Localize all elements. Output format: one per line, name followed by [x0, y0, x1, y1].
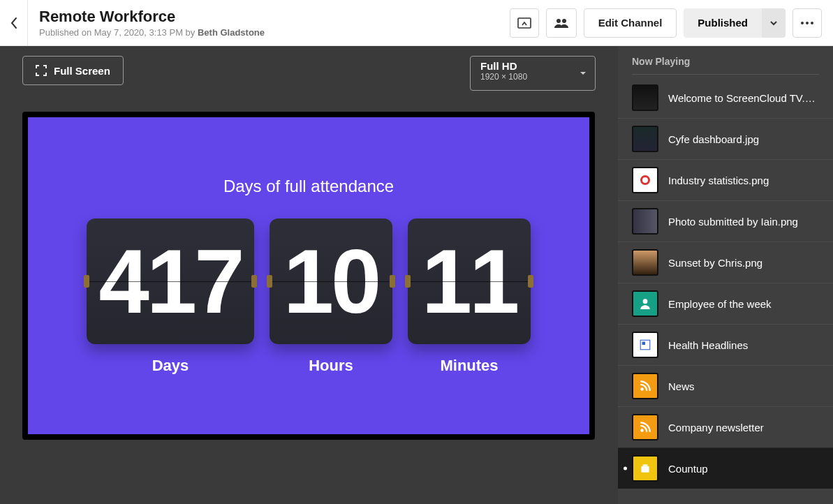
- ellipsis-icon: [801, 22, 813, 24]
- svg-point-6: [643, 299, 648, 304]
- header-main: Remote Workforce Published on May 7, 202…: [28, 8, 510, 38]
- playlist-item[interactable]: Health Headlines: [618, 324, 833, 365]
- stage: Full Screen Full HD 1920 × 1080 Days of …: [0, 46, 618, 504]
- item-label: Cyfe dashboard.jpg: [668, 133, 819, 145]
- thumbnail: [632, 414, 658, 440]
- minutes-label: Minutes: [440, 357, 498, 375]
- meta-prefix: Published on: [39, 27, 94, 38]
- hours-label: Hours: [309, 357, 353, 375]
- person-icon: [639, 297, 651, 310]
- thumbnail: [632, 455, 658, 482]
- resolution-select[interactable]: Full HD 1920 × 1080: [470, 56, 596, 91]
- svg-rect-11: [641, 466, 649, 473]
- cast-icon: [517, 17, 531, 29]
- countup-icon: [639, 462, 651, 475]
- counter-cards: 417 Days 10 Hours: [87, 218, 531, 375]
- header-actions: Edit Channel Published: [510, 8, 833, 38]
- edit-channel-button[interactable]: Edit Channel: [584, 8, 677, 38]
- flip-card-days: 417: [87, 218, 254, 344]
- thumbnail: [632, 84, 658, 111]
- playlist-item[interactable]: Company newsletter: [618, 406, 833, 447]
- minutes-value: 11: [422, 236, 517, 327]
- thumbnail: [632, 332, 658, 358]
- item-label: Employee of the week: [668, 298, 819, 310]
- meta-date: May 7, 2020, 3:13 PM: [94, 27, 183, 38]
- published-button[interactable]: Published: [684, 8, 762, 38]
- stage-toolbar: Full Screen Full HD 1920 × 1080: [22, 56, 596, 91]
- svg-point-2: [562, 19, 566, 23]
- screen-content: Days of full attendance 417 Days: [28, 117, 589, 434]
- card-peg: [84, 275, 89, 288]
- fullscreen-button[interactable]: Full Screen: [22, 56, 124, 85]
- meta-by: by: [183, 27, 198, 38]
- item-label: Sunset by Chris.png: [668, 257, 819, 269]
- page-meta: Published on May 7, 2020, 3:13 PM by Bet…: [39, 27, 499, 38]
- item-label: Welcome to ScreenCloud TV.png: [668, 92, 819, 104]
- thumbnail: [632, 290, 658, 317]
- resolution-dim: 1920 × 1080: [480, 73, 570, 82]
- header: Remote Workforce Published on May 7, 202…: [0, 0, 833, 46]
- playlist-item[interactable]: Industry statistics.png: [618, 159, 833, 200]
- svg-rect-12: [643, 464, 648, 466]
- svg-rect-8: [642, 342, 646, 346]
- playlist-item[interactable]: Employee of the week: [618, 283, 833, 324]
- sidebar: Now Playing Welcome to ScreenCloud TV.pn…: [618, 46, 833, 504]
- thumbnail: [632, 208, 658, 235]
- svg-point-3: [801, 22, 804, 24]
- rss-icon: [639, 421, 651, 433]
- item-label: Countup: [668, 463, 819, 475]
- resolution-name: Full HD: [480, 61, 570, 73]
- page-title: Remote Workforce: [39, 8, 499, 26]
- minutes-card: 11 Minutes: [408, 218, 531, 375]
- card-peg: [405, 275, 411, 288]
- item-label: News: [668, 380, 819, 392]
- item-label: Industry statistics.png: [668, 175, 819, 186]
- card-peg: [390, 275, 395, 288]
- published-dropdown[interactable]: [762, 8, 786, 38]
- meta-author: Beth Gladstone: [198, 27, 265, 38]
- playlist-item-active[interactable]: Countup: [618, 447, 833, 489]
- svg-point-5: [811, 22, 813, 24]
- more-button[interactable]: [793, 8, 822, 38]
- rss-icon: [639, 380, 651, 392]
- flip-card-hours: 10: [270, 218, 392, 344]
- svg-point-9: [640, 387, 644, 391]
- playlist-item[interactable]: Photo submitted by Iain.png: [618, 200, 833, 242]
- playlist-item[interactable]: Sunset by Chris.png: [618, 242, 833, 283]
- item-label: Photo submitted by Iain.png: [668, 216, 819, 228]
- days-card: 417 Days: [87, 218, 254, 375]
- caret-down-icon: [580, 71, 587, 75]
- now-playing-heading: Now Playing: [618, 46, 833, 74]
- playlist-item[interactable]: Cyfe dashboard.jpg: [618, 118, 833, 159]
- cast-button[interactable]: [510, 8, 539, 38]
- item-label: Health Headlines: [668, 339, 819, 351]
- thumbnail: [632, 126, 658, 152]
- news-icon: [639, 339, 651, 351]
- flip-card-minutes: 11: [408, 218, 531, 344]
- counter-title: Days of full attendance: [223, 177, 394, 196]
- share-button[interactable]: [546, 8, 577, 38]
- back-button[interactable]: [0, 0, 28, 46]
- days-label: Days: [152, 357, 189, 375]
- hours-value: 10: [283, 236, 379, 327]
- thumbnail: [632, 249, 658, 276]
- days-value: 417: [99, 236, 242, 327]
- fullscreen-label: Full Screen: [54, 65, 110, 77]
- playlist-item[interactable]: News: [618, 365, 833, 406]
- screen-preview: Days of full attendance 417 Days: [22, 112, 595, 440]
- published-group: Published: [684, 8, 786, 38]
- thumbnail: [632, 167, 658, 193]
- hours-card: 10 Hours: [270, 218, 392, 375]
- thumbnail: [632, 373, 658, 399]
- fullscreen-icon: [36, 65, 47, 76]
- card-peg: [267, 275, 272, 288]
- divider: [632, 74, 819, 75]
- people-icon: [554, 18, 569, 28]
- item-label: Company newsletter: [668, 422, 819, 433]
- playlist-item[interactable]: Welcome to ScreenCloud TV.png: [618, 77, 833, 118]
- body: Full Screen Full HD 1920 × 1080 Days of …: [0, 46, 833, 504]
- svg-point-10: [640, 429, 644, 432]
- chevron-down-icon: [769, 20, 778, 26]
- card-peg: [251, 275, 257, 288]
- svg-point-1: [556, 19, 561, 23]
